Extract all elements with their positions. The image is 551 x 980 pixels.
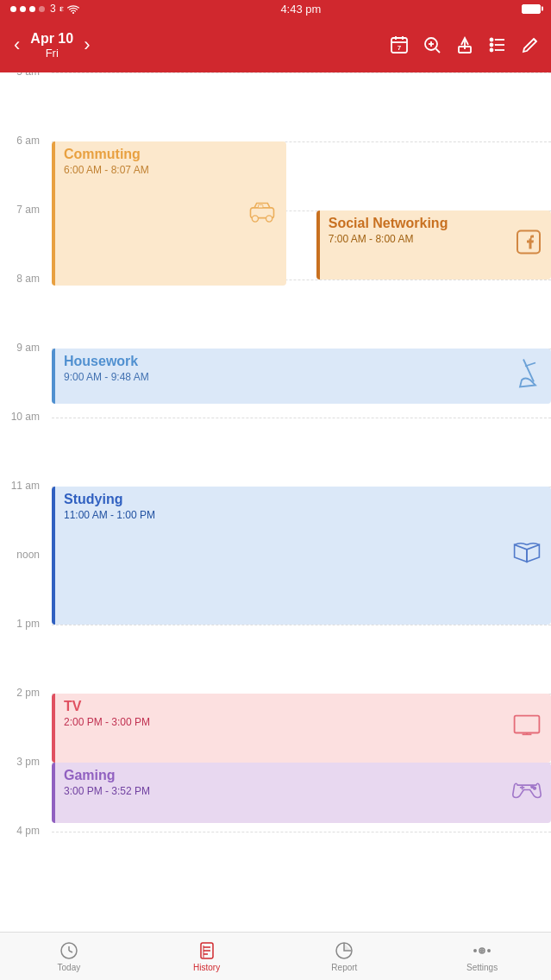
svg-line-7	[436, 49, 441, 53]
share-icon-btn[interactable]	[454, 35, 475, 55]
svg-line-39	[69, 951, 72, 952]
event-gaming[interactable]: Gaming 3:00 PM - 3:52 PM	[52, 763, 551, 823]
hour-row-1pm: 1 pm	[0, 625, 551, 694]
event-social-time: 7:00 AM - 8:00 AM	[329, 233, 542, 245]
svg-point-36	[534, 787, 536, 789]
tab-report-label: Report	[331, 963, 357, 972]
tab-settings[interactable]: Settings	[413, 940, 551, 972]
tab-bar: Today History Report Settings	[0, 932, 551, 980]
tab-settings-label: Settings	[466, 963, 498, 972]
svg-point-46	[479, 948, 485, 953]
gamepad-icon	[511, 778, 542, 808]
svg-text:✦: ✦	[494, 48, 497, 52]
battery-icon	[522, 4, 541, 14]
hour-row-10am: 10 am	[0, 418, 551, 487]
event-studying-title: Studying	[64, 492, 542, 507]
signal-dot-2	[20, 6, 26, 12]
svg-text:✦: ✦	[494, 38, 497, 41]
calendar-scroll-area[interactable]: 5 am 6 am 7 am 8 am 9 am 10 am 1	[0, 72, 551, 932]
time-label-11am: 11 am	[0, 480, 47, 492]
svg-rect-25	[259, 204, 263, 208]
nav-date-section: ‹ Apr 10 Fri ›	[10, 30, 93, 60]
hour-row-4pm: 4 pm	[0, 832, 551, 901]
svg-text:7: 7	[398, 44, 402, 52]
time-label-8am: 8 am	[0, 273, 47, 285]
signal-dot-1	[10, 6, 16, 12]
time-label-4pm: 4 pm	[0, 825, 47, 837]
carrier-label: 3	[50, 3, 56, 15]
wifi-icon: 𝛆	[59, 3, 80, 14]
event-gaming-time: 3:00 PM - 3:52 PM	[64, 785, 542, 797]
tv-icon	[511, 713, 542, 744]
time-label-noon: noon	[0, 549, 47, 561]
facebook-icon	[515, 229, 542, 262]
event-gaming-title: Gaming	[64, 768, 542, 783]
svg-point-13	[491, 44, 493, 47]
car-icon	[247, 198, 278, 229]
settings-icon	[472, 940, 492, 961]
svg-point-23	[253, 215, 259, 221]
add-zoom-icon-btn[interactable]	[422, 35, 442, 55]
status-time: 4:43 pm	[280, 3, 321, 16]
hour-line-10am	[52, 418, 551, 418]
time-label-10am: 10 am	[0, 411, 47, 423]
svg-point-47	[474, 950, 476, 952]
report-icon	[334, 940, 354, 961]
nav-icons: 7	[389, 35, 541, 55]
time-label-7am: 7 am	[0, 204, 47, 216]
svg-point-49	[488, 950, 490, 952]
svg-point-0	[72, 12, 74, 14]
signal-dot-3	[29, 6, 35, 12]
svg-line-28	[525, 363, 535, 367]
edit-icon-btn[interactable]	[520, 35, 541, 55]
next-date-button[interactable]: ›	[80, 30, 93, 60]
time-label-6am: 6 am	[0, 135, 47, 147]
tab-history[interactable]: History	[138, 940, 276, 972]
event-social-networking[interactable]: Social Networking 7:00 AM - 8:00 AM	[316, 210, 551, 280]
broom-icon	[515, 358, 542, 395]
status-bar: 3 𝛆 4:43 pm	[0, 0, 551, 17]
svg-point-12	[491, 39, 493, 41]
time-label-9am: 9 am	[0, 342, 47, 354]
event-studying-time: 11:00 AM - 1:00 PM	[64, 509, 542, 521]
time-label-1pm: 1 pm	[0, 618, 47, 630]
tab-history-label: History	[193, 963, 220, 972]
event-tv-title: TV	[64, 699, 542, 714]
hour-line-5am	[52, 72, 551, 73]
event-studying[interactable]: Studying 11:00 AM - 1:00 PM	[52, 487, 551, 625]
event-commuting-time: 6:00 AM - 8:07 AM	[64, 164, 278, 176]
svg-point-14	[491, 49, 493, 52]
signal-dot-4	[39, 6, 45, 12]
event-housework[interactable]: Housework 9:00 AM - 9:48 AM	[52, 349, 551, 404]
nav-date-month-day: Apr 10	[30, 30, 73, 47]
event-commuting[interactable]: Commuting 6:00 AM - 8:07 AM	[52, 141, 286, 286]
svg-point-48	[481, 950, 483, 952]
clock-icon	[59, 940, 79, 961]
status-bar-left: 3 𝛆	[10, 3, 80, 15]
hour-row-5am: 5 am	[0, 72, 551, 141]
calendar-icon-btn[interactable]: 7	[389, 35, 410, 55]
nav-date-weekday: Fri	[30, 47, 73, 60]
history-icon	[197, 940, 217, 961]
time-label-2pm: 2 pm	[0, 687, 47, 699]
svg-line-21	[534, 39, 536, 41]
hour-line-4pm	[52, 832, 551, 832]
time-label-3pm: 3 pm	[0, 756, 47, 768]
svg-text:✦: ✦	[494, 43, 497, 47]
tab-report[interactable]: Report	[276, 940, 414, 972]
nav-date-text: Apr 10 Fri	[30, 30, 73, 60]
svg-rect-30	[515, 716, 540, 733]
nav-bar: ‹ Apr 10 Fri › 7	[0, 17, 551, 72]
time-label-5am: 5 am	[0, 72, 47, 78]
tab-today[interactable]: Today	[0, 940, 138, 972]
time-grid: 5 am 6 am 7 am 8 am 9 am 10 am 1	[0, 72, 551, 901]
prev-date-button[interactable]: ‹	[10, 30, 23, 60]
book-icon	[511, 540, 542, 572]
hour-row-8am: 8 am	[0, 280, 551, 349]
event-social-title: Social Networking	[329, 216, 542, 231]
list-icon-btn[interactable]: ✦ ✦ ✦	[487, 35, 508, 55]
event-tv-time: 2:00 PM - 3:00 PM	[64, 716, 542, 728]
tab-today-label: Today	[58, 963, 81, 972]
hour-line-1pm	[52, 625, 551, 625]
event-tv[interactable]: TV 2:00 PM - 3:00 PM	[52, 694, 551, 763]
